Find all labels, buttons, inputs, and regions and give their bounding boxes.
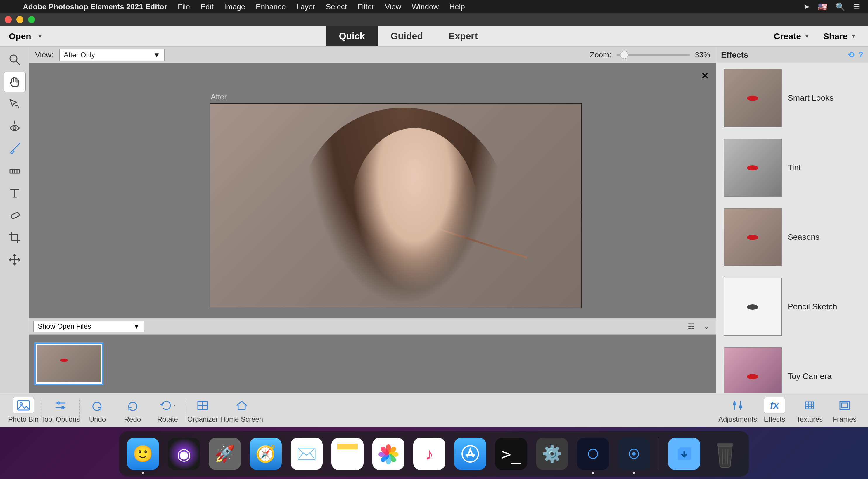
photo-bin-thumbnail[interactable] bbox=[34, 342, 103, 385]
menu-image[interactable]: Image bbox=[219, 2, 250, 11]
effect-smart-looks[interactable]: Smart Looks bbox=[716, 63, 868, 133]
dock-terminal[interactable]: >_ bbox=[495, 438, 527, 470]
rotate-label: Rotate bbox=[157, 415, 178, 423]
zoom-tool[interactable] bbox=[3, 50, 26, 69]
whiten-teeth-tool[interactable] bbox=[3, 139, 26, 158]
photo-bin-bar: Show Open Files ▼ ☷ ⌄ bbox=[29, 318, 716, 334]
crop-tool[interactable] bbox=[3, 228, 26, 247]
document-image[interactable] bbox=[210, 103, 582, 308]
bin-flyout-icon[interactable]: ⌄ bbox=[701, 322, 712, 331]
dock-safari[interactable]: 🧭 bbox=[250, 438, 282, 470]
view-label: View: bbox=[35, 50, 54, 59]
effects-button[interactable]: fx Effects bbox=[757, 393, 792, 427]
view-mode-select[interactable]: After Only ▼ bbox=[59, 49, 164, 61]
tab-quick[interactable]: Quick bbox=[326, 26, 378, 47]
image-content bbox=[407, 218, 527, 259]
menu-layer[interactable]: Layer bbox=[291, 2, 320, 11]
spotlight-search-icon[interactable]: 🔍 bbox=[836, 2, 845, 11]
dock-finder[interactable]: 🙂 bbox=[127, 438, 159, 470]
dock-photos[interactable] bbox=[372, 438, 404, 470]
menu-enhance[interactable]: Enhance bbox=[250, 2, 291, 11]
svg-rect-22 bbox=[805, 402, 814, 409]
effect-thumbnail bbox=[724, 278, 782, 336]
adjustments-button[interactable]: Adjustments bbox=[718, 393, 757, 427]
menu-edit[interactable]: Edit bbox=[195, 2, 219, 11]
tab-expert[interactable]: Expert bbox=[436, 26, 491, 47]
share-menu[interactable]: Share ▼ bbox=[823, 31, 856, 41]
dock-notes[interactable] bbox=[332, 438, 364, 470]
home-screen-button[interactable]: Home Screen bbox=[220, 393, 263, 427]
menu-window[interactable]: Window bbox=[406, 2, 444, 11]
zoom-label: Zoom: bbox=[590, 50, 611, 59]
quick-select-tool[interactable] bbox=[3, 94, 26, 114]
rotate-button[interactable]: ▾ Rotate bbox=[150, 393, 185, 427]
zoom-slider-thumb[interactable] bbox=[620, 51, 628, 59]
effects-list[interactable]: Smart Looks Tint Seasons Pencil Sketch T… bbox=[716, 63, 868, 393]
bottom-action-bar: Photo Bin Tool Options Undo Redo ▾ Rotat… bbox=[0, 393, 868, 427]
straighten-tool[interactable] bbox=[3, 161, 26, 181]
effect-tint[interactable]: Tint bbox=[716, 133, 868, 202]
adjustments-label: Adjustments bbox=[718, 415, 757, 423]
menu-select[interactable]: Select bbox=[320, 2, 352, 11]
texture-icon bbox=[799, 397, 820, 414]
tab-guided[interactable]: Guided bbox=[378, 26, 436, 47]
canvas-viewport[interactable]: ✕ After bbox=[29, 63, 716, 318]
mode-tabs: Quick Guided Expert bbox=[326, 26, 491, 47]
redeye-tool[interactable] bbox=[3, 116, 26, 136]
dock-launchpad[interactable]: 🚀 bbox=[209, 438, 241, 470]
create-menu[interactable]: Create ▼ bbox=[774, 31, 810, 41]
photo-bin-button[interactable]: Photo Bin bbox=[6, 393, 41, 427]
effects-panel: Effects ⟲ ? Smart Looks Tint Seasons bbox=[716, 47, 868, 393]
dock-app-store[interactable] bbox=[454, 438, 486, 470]
hand-tool[interactable] bbox=[3, 72, 26, 92]
dock-music[interactable]: ♪ bbox=[413, 438, 445, 470]
dock-siri[interactable]: ◉ bbox=[168, 438, 200, 470]
frames-label: Frames bbox=[833, 415, 856, 423]
flag-us-icon[interactable]: 🇺🇸 bbox=[818, 2, 827, 11]
photo-bin-filter-select[interactable]: Show Open Files ▼ bbox=[33, 321, 144, 332]
frames-button[interactable]: Frames bbox=[827, 393, 862, 427]
app-name-label[interactable]: Adobe Photoshop Elements 2021 Editor bbox=[18, 2, 173, 11]
redo-button[interactable]: Redo bbox=[115, 393, 150, 427]
menu-file[interactable]: File bbox=[173, 2, 195, 11]
type-tool[interactable] bbox=[3, 183, 26, 203]
fx-icon: fx bbox=[764, 397, 785, 414]
menu-help[interactable]: Help bbox=[444, 2, 470, 11]
open-label: Open bbox=[9, 31, 31, 41]
organizer-button[interactable]: Organizer bbox=[185, 393, 220, 427]
window-minimize-button[interactable] bbox=[17, 16, 23, 23]
reset-icon[interactable]: ⟲ bbox=[847, 50, 854, 60]
effect-toy-camera[interactable]: Toy Camera bbox=[716, 341, 868, 393]
view-options-bar: View: After Only ▼ Zoom: 33% bbox=[29, 47, 716, 63]
home-icon bbox=[231, 397, 252, 414]
textures-button[interactable]: Textures bbox=[792, 393, 827, 427]
dock-mail[interactable]: ✉️ bbox=[290, 438, 323, 470]
control-center-icon[interactable]: ☰ bbox=[853, 2, 860, 11]
redo-icon bbox=[122, 397, 143, 414]
spot-heal-tool[interactable] bbox=[3, 205, 26, 225]
undo-button[interactable]: Undo bbox=[80, 393, 115, 427]
close-document-button[interactable]: ✕ bbox=[701, 70, 709, 81]
open-menu[interactable]: Open ▼ bbox=[0, 31, 43, 41]
dock-pse-organizer[interactable] bbox=[577, 438, 609, 470]
dock-trash[interactable] bbox=[709, 438, 741, 470]
svg-line-1 bbox=[16, 61, 20, 65]
bin-options-icon[interactable]: ☷ bbox=[685, 322, 697, 331]
menu-filter[interactable]: Filter bbox=[352, 2, 380, 11]
svg-rect-28 bbox=[842, 403, 847, 408]
move-tool[interactable] bbox=[3, 250, 26, 270]
cursor-status-icon[interactable]: ➤ bbox=[803, 2, 810, 11]
tool-options-button[interactable]: Tool Options bbox=[41, 393, 80, 427]
menu-view[interactable]: View bbox=[380, 2, 406, 11]
dock-system-preferences[interactable]: ⚙️ bbox=[536, 438, 568, 470]
effect-seasons[interactable]: Seasons bbox=[716, 202, 868, 272]
window-close-button[interactable] bbox=[5, 16, 12, 23]
zoom-slider[interactable] bbox=[617, 54, 690, 56]
dock-pse-editor[interactable] bbox=[618, 438, 650, 470]
effect-pencil-sketch[interactable]: Pencil Sketch bbox=[716, 272, 868, 341]
window-zoom-button[interactable] bbox=[28, 16, 35, 23]
image-content bbox=[389, 208, 424, 224]
help-icon[interactable]: ? bbox=[858, 50, 863, 60]
dock-downloads[interactable] bbox=[668, 438, 700, 470]
chevron-down-icon: ▼ bbox=[850, 33, 856, 39]
